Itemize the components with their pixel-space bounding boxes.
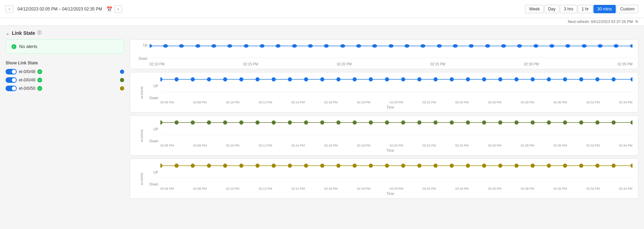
x-label-et48-15: 02:34 PM: [619, 101, 632, 104]
svg-point-42: [239, 77, 243, 81]
svg-point-53: [417, 77, 422, 81]
svg-point-120: [433, 164, 438, 168]
toggle-et49[interactable]: [6, 77, 17, 83]
x-label-et48-4: 02:12 PM: [259, 101, 272, 104]
svg-point-104: [175, 164, 179, 168]
x-label-et49-12: 02:28 PM: [521, 144, 534, 147]
svg-point-52: [401, 77, 406, 81]
show-link-state-label: Show Link State: [6, 61, 124, 65]
x-label-et48-13: 02:30 PM: [553, 101, 567, 104]
calendar-icon[interactable]: 📅: [106, 6, 112, 12]
summary-x-6: 02:35 PM: [618, 62, 632, 66]
x-label-et50-3: 02:10 PM: [226, 187, 240, 190]
svg-point-111: [288, 164, 292, 168]
svg-point-73: [207, 120, 211, 125]
svg-point-49: [353, 77, 357, 81]
svg-point-115: [353, 164, 357, 168]
chart-y-up-et49: UP: [148, 127, 160, 131]
alert-text: No alerts: [19, 44, 37, 49]
svg-point-65: [612, 77, 616, 81]
chart-vertical-label-et48: et-0/0/48: [140, 86, 144, 99]
svg-point-61: [547, 77, 551, 81]
svg-point-114: [336, 164, 341, 168]
x-label-et50-11: 02:26 PM: [488, 187, 502, 190]
x-label-et48-10: 02:24 PM: [455, 101, 469, 104]
color-dot-et49: [120, 78, 124, 82]
x-label-et50-12: 02:28 PM: [521, 187, 534, 190]
svg-point-126: [531, 164, 535, 168]
time-btn-1hr[interactable]: 1 hr: [578, 5, 593, 13]
svg-point-54: [433, 77, 438, 81]
top-bar: ‹ 04/12/2023 02:05 PM – 04/12/2023 02:35…: [0, 0, 644, 18]
help-icon[interactable]: ⓘ: [37, 30, 41, 36]
svg-point-78: [288, 120, 292, 125]
chart-svg-et48: [160, 76, 632, 95]
svg-point-108: [239, 164, 243, 168]
x-label-et49-15: 02:34 PM: [619, 144, 632, 147]
summary-y-up: Up: [136, 43, 147, 47]
svg-point-57: [482, 77, 486, 81]
x-label-et49-3: 02:10 PM: [226, 144, 240, 147]
time-btn-30mins[interactable]: 30 mins: [593, 5, 616, 13]
svg-point-85: [401, 120, 406, 125]
summary-x-1: 02:10 PM: [150, 62, 165, 66]
prev-arrow[interactable]: ‹: [6, 5, 13, 13]
refresh-text: Next refresh: 04/12/2023 02:37:26 PM: [568, 19, 633, 24]
svg-point-75: [239, 120, 243, 125]
time-btn-custom[interactable]: Custom: [616, 5, 638, 13]
content-area: No alerts Show Link State et-0/0/48: [6, 39, 638, 202]
chart-y-up-et48: UP: [148, 84, 160, 88]
chart-y-down-et50: Down: [148, 182, 160, 186]
svg-point-99: [630, 120, 632, 125]
status-badge-et48: [37, 69, 42, 74]
chart-card-et49: et-0/0/49 UP: [130, 115, 638, 156]
svg-point-82: [353, 120, 357, 125]
time-btn-day[interactable]: Day: [544, 5, 559, 13]
x-label-et49-1: 02:06 PM: [160, 144, 174, 147]
svg-point-113: [320, 164, 324, 168]
chart-svg-et49: [160, 119, 632, 138]
svg-point-86: [417, 120, 422, 125]
x-label-et48-5: 02:14 PM: [291, 101, 305, 104]
svg-point-40: [207, 77, 211, 81]
chart-y-down-et48: Down: [148, 96, 160, 100]
chart-card-et50: et-0/0/50 UP: [130, 158, 638, 199]
time-btn-week[interactable]: Week: [525, 5, 543, 13]
x-label-et49-8: 02:20 PM: [390, 144, 403, 147]
x-label-et48-11: 02:26 PM: [488, 101, 502, 104]
svg-point-107: [223, 164, 227, 168]
svg-point-124: [498, 164, 502, 168]
toggle-et50[interactable]: [6, 86, 17, 91]
x-label-et48-14: 02:32 PM: [586, 101, 600, 104]
x-label-et50-2: 02:08 PM: [193, 187, 207, 190]
svg-point-70: [160, 120, 162, 125]
toggle-et48[interactable]: [6, 69, 17, 74]
summary-x-3: 02:20 PM: [337, 62, 352, 66]
next-arrow[interactable]: ›: [114, 5, 122, 13]
alert-box: No alerts: [6, 39, 124, 54]
svg-point-84: [385, 120, 389, 125]
x-label-et49-4: 02:12 PM: [259, 144, 272, 147]
time-btn-3hrs[interactable]: 3 hrs: [560, 5, 577, 13]
svg-point-60: [531, 77, 535, 81]
svg-point-103: [160, 164, 162, 168]
svg-point-128: [563, 164, 567, 168]
refresh-icon[interactable]: ↻: [635, 19, 638, 24]
svg-point-87: [433, 120, 438, 125]
summary-chart-container: Up Down: [130, 39, 638, 69]
svg-point-66: [630, 77, 632, 81]
x-label-et48-6: 02:16 PM: [324, 101, 338, 104]
svg-point-127: [547, 164, 551, 168]
svg-point-95: [563, 120, 567, 125]
svg-point-109: [256, 164, 260, 168]
svg-point-132: [630, 164, 632, 168]
svg-point-130: [596, 164, 600, 168]
collapse-button[interactable]: ⌄: [6, 30, 10, 36]
x-label-et50-4: 02:12 PM: [259, 187, 272, 190]
chart-y-up-et50: UP: [148, 171, 160, 174]
section-header: ⌄ Link State ⓘ: [6, 30, 638, 36]
chart-vertical-label-et50: et-0/0/50: [140, 173, 144, 185]
svg-point-58: [498, 77, 502, 81]
color-dot-et48: [120, 70, 124, 74]
svg-point-55: [450, 77, 454, 81]
